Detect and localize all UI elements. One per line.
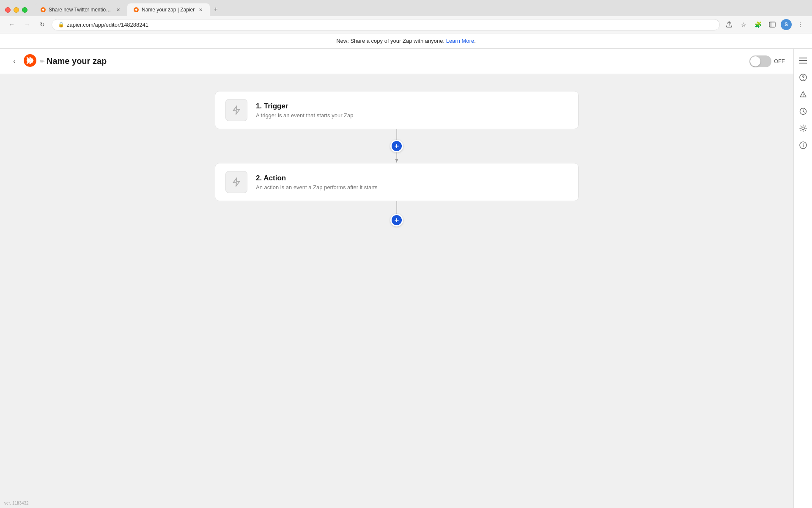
browser-toolbar: ← → ↻ 🔒 zapier.com/app/editor/148288241 … [0, 16, 812, 33]
connector-line-2 [396, 201, 397, 214]
sidebar-info-button[interactable] [796, 138, 811, 153]
extensions-button[interactable]: 🧩 [752, 19, 764, 30]
new-tab-button[interactable]: + [210, 3, 222, 15]
right-sidebar [793, 49, 812, 508]
svg-point-15 [803, 96, 804, 97]
version-text: ver. 11ff3432 [4, 501, 29, 505]
toggle-container: OFF [749, 55, 785, 67]
back-to-dashboard-button[interactable]: ‹ [8, 55, 20, 67]
maximize-button[interactable] [22, 7, 27, 13]
banner-text: New: Share a copy of your Zap with anyon… [336, 38, 444, 44]
trigger-content: 1. Trigger A trigger is an event that st… [256, 102, 568, 119]
address-text: zapier.com/app/editor/148288241 [67, 22, 713, 28]
bookmark-button[interactable]: ☆ [738, 19, 749, 30]
trigger-title: 1. Trigger [256, 102, 568, 110]
sidebar-warnings-button[interactable] [796, 87, 811, 102]
refresh-button[interactable]: ↻ [36, 19, 48, 30]
banner-suffix: . [474, 38, 476, 44]
back-button[interactable]: ← [6, 19, 18, 30]
share-button[interactable] [723, 19, 735, 30]
learn-more-link[interactable]: Learn More [446, 38, 474, 44]
tab-favicon-2 [133, 7, 139, 13]
tab-name-your-zap[interactable]: Name your zap | Zapier ✕ [127, 3, 210, 16]
zap-toggle[interactable] [749, 55, 771, 67]
tab-close-2[interactable]: ✕ [197, 6, 204, 13]
sidebar-toggle-button[interactable] [766, 19, 778, 30]
close-button[interactable] [5, 7, 11, 13]
forward-button[interactable]: → [21, 19, 33, 30]
tab-close-1[interactable]: ✕ [115, 6, 121, 13]
tab-favicon-1 [40, 7, 46, 13]
action-title: 2. Action [256, 174, 568, 182]
zap-name-title[interactable]: Name your zap [47, 56, 107, 66]
svg-rect-2 [769, 22, 775, 27]
tabs-bar: Share new Twitter mentions in ✕ Name you… [34, 3, 804, 16]
browser-titlebar: Share new Twitter mentions in ✕ Name you… [0, 0, 812, 16]
toggle-knob [750, 56, 760, 66]
trigger-description: A trigger is an event that starts your Z… [256, 112, 568, 119]
tab-twitter-mentions[interactable]: Share new Twitter mentions in ✕ [34, 3, 127, 16]
action-content: 2. Action An action is an event a Zap pe… [256, 174, 568, 190]
sidebar-settings-button[interactable] [796, 121, 811, 136]
connector-2: + [215, 201, 579, 226]
minimize-button[interactable] [14, 7, 19, 13]
toggle-label: OFF [774, 58, 785, 64]
tab-title-1: Share new Twitter mentions in [49, 7, 112, 13]
editor-canvas: 1. Trigger A trigger is an event that st… [0, 74, 793, 508]
browser-window: Share new Twitter mentions in ✕ Name you… [0, 0, 812, 508]
profile-avatar[interactable]: S [781, 19, 792, 30]
action-description: An action is an event a Zap performs aft… [256, 184, 568, 190]
sidebar-history-button[interactable] [796, 104, 811, 119]
add-step-button-1[interactable]: + [390, 140, 403, 152]
traffic-lights [5, 5, 27, 15]
action-icon [225, 171, 247, 193]
announcement-banner: New: Share a copy of your Zap with anyon… [0, 33, 812, 49]
trigger-block[interactable]: 1. Trigger A trigger is an event that st… [215, 91, 579, 129]
tab-title-2: Name your zap | Zapier [142, 7, 195, 13]
more-options-button[interactable]: ⋮ [794, 19, 806, 30]
svg-point-13 [803, 79, 804, 80]
add-step-button-2[interactable]: + [390, 214, 403, 226]
svg-point-20 [803, 144, 804, 144]
trigger-icon [225, 99, 247, 121]
edit-name-icon: ✏ [40, 58, 45, 65]
lock-icon: 🔒 [58, 22, 64, 28]
svg-point-17 [802, 127, 804, 130]
app-header: ‹ [0, 49, 793, 74]
sidebar-menu-button[interactable] [796, 53, 811, 68]
zapier-logo [24, 54, 36, 69]
action-block[interactable]: 2. Action An action is an event a Zap pe… [215, 163, 579, 201]
address-bar[interactable]: 🔒 zapier.com/app/editor/148288241 [52, 19, 720, 30]
sidebar-help-button[interactable] [796, 70, 811, 85]
connector-1: + ▼ [215, 129, 579, 163]
arrow-down-1: ▼ [394, 158, 399, 163]
toolbar-right: ☆ 🧩 S ⋮ [723, 19, 806, 30]
zapier-app: New: Share a copy of your Zap with anyon… [0, 33, 812, 508]
